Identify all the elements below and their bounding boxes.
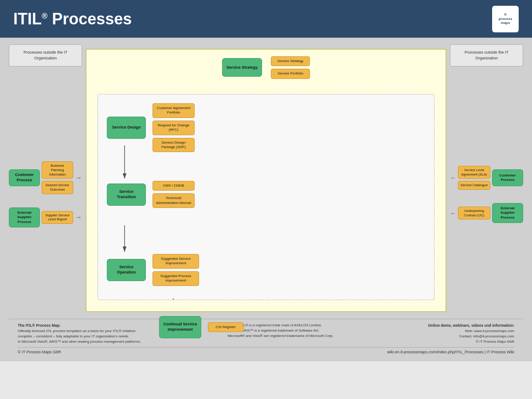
footer-wiki-link[interactable]: wiki.en.it-processmaps.com/index.php/ITI…	[387, 350, 514, 354]
service-design-row: Service Design Customer Agreement Portfo…	[107, 103, 425, 152]
transition-orange-boxes: CMS / CMDB Technical/ Administration Man…	[153, 181, 195, 208]
customer-process-right[interactable]: Customer Process	[492, 169, 523, 186]
external-supplier-right[interactable]: External Supplier Process	[492, 203, 523, 223]
strategy-orange-boxes: Service Strategy Service Portfolio	[271, 56, 310, 79]
right-doc-boxes-1: Service Level Agreement (SLA) Service Ca…	[458, 166, 490, 190]
service-strategy-row: Service Strategy Service Strategy Servic…	[86, 56, 446, 79]
csi-row: Continual Service Improvement CSI Regist…	[107, 316, 425, 338]
footer-contact: Contact: info@it-processmaps.com	[459, 334, 514, 338]
outside-label-left: Processes outside the IT Organization	[9, 44, 82, 66]
arrow-left-2: ←	[450, 210, 456, 217]
csi-orange-boxes: CSI Register	[208, 322, 243, 332]
supplier-doc-boxes: Supplier Service Level Report	[42, 211, 73, 224]
external-supplier-left-row: External Supplier Process Supplier Servi…	[9, 207, 82, 227]
sidebar-right: Processes outside the IT Organization ← …	[450, 44, 523, 319]
external-supplier-right-row: ← Underpinning Contract (UC) External Su…	[450, 203, 523, 223]
footer-copy: © IT Process Maps GbR	[476, 340, 514, 344]
customer-process-left[interactable]: Customer Process	[9, 169, 40, 186]
continual-service-green[interactable]: Continual Service Improvement	[159, 316, 201, 338]
left-doc-boxes: Business Planning Information Desired Se…	[42, 161, 73, 194]
right-doc-boxes-2: Underpinning Contract (UC)	[458, 207, 490, 220]
design-orange-boxes: Customer Agreement Portfolio Request for…	[153, 103, 195, 152]
suggested-service-box[interactable]: Suggested Service Improvement	[153, 254, 199, 269]
service-transition-row: Service Transition CMS / CMDB Technical/…	[107, 181, 425, 208]
inner-white-box: Service Design Customer Agreement Portfo…	[98, 94, 434, 300]
footer-bottom: © IT Process Maps GbR wiki.en.it-process…	[18, 347, 514, 354]
customer-process-right-row: ← Service Level Agreement (SLA) Service …	[450, 166, 523, 190]
customer-process-left-row: Customer Process Business Planning Infor…	[9, 161, 82, 194]
underpinning-contract-box[interactable]: Underpinning Contract (UC)	[458, 207, 490, 220]
service-transition-green[interactable]: Service Transition	[107, 184, 146, 206]
outside-label-right: Processes outside the IT Organization	[450, 44, 523, 66]
sla-box[interactable]: Service Level Agreement (SLA)	[458, 166, 490, 179]
customer-agreement-box[interactable]: Customer Agreement Portfolio	[153, 103, 195, 118]
service-operation-row: Service Operation Suggested Service Impr…	[107, 254, 425, 286]
supplier-service-level-box[interactable]: Supplier Service Level Report	[42, 211, 73, 224]
csi-register-box[interactable]: CSI Register	[208, 322, 243, 332]
main-content: Processes outside the IT Organization Cu…	[0, 38, 532, 361]
desired-service-box[interactable]: Desired Service Outcomes	[42, 181, 73, 194]
footer-copyright: © IT Process Maps GbR	[18, 350, 61, 354]
service-portfolio-box[interactable]: Service Portfolio	[271, 69, 310, 78]
service-design-package-box[interactable]: Service Design Package (SDP)	[153, 138, 195, 153]
page-title: ITIL® Processes	[13, 10, 132, 28]
technical-admin-box[interactable]: Technical/ Administration Manual	[153, 193, 195, 208]
service-operation-green[interactable]: Service Operation	[107, 259, 146, 281]
arrow-right-2: →	[75, 213, 82, 221]
logo[interactable]: itprocessmaps	[492, 6, 519, 32]
center-diagram: Service Strategy Service Strategy Servic…	[86, 44, 446, 319]
sidebar-left: Processes outside the IT Organization Cu…	[9, 44, 82, 319]
operation-orange-boxes: Suggested Service Improvement Suggested …	[153, 254, 199, 286]
service-strategy-orange[interactable]: Service Strategy	[271, 56, 310, 66]
arrow-left-1: ←	[450, 174, 456, 181]
outer-yellow-box: Service Strategy Service Strategy Servic…	[86, 49, 446, 312]
business-planning-box[interactable]: Business Planning Information	[42, 161, 73, 179]
suggested-process-box[interactable]: Suggested Process Improvement	[153, 271, 199, 286]
service-catalogue-box[interactable]: Service Catalogue	[458, 181, 490, 190]
service-strategy-green[interactable]: Service Strategy	[222, 58, 262, 77]
arrow-right-1: →	[75, 174, 82, 182]
cms-cmdb-box[interactable]: CMS / CMDB	[153, 181, 195, 191]
external-supplier-left[interactable]: External Supplier Process	[9, 207, 40, 227]
footer-web: Web: www.it-processmaps.com	[465, 329, 514, 333]
diagram-area: Processes outside the IT Organization Cu…	[9, 44, 523, 319]
service-design-green[interactable]: Service Design	[107, 117, 146, 139]
request-for-change-box[interactable]: Request for Change (RFC)	[153, 121, 195, 135]
page-header: ITIL® Processes itprocessmaps	[0, 0, 532, 38]
